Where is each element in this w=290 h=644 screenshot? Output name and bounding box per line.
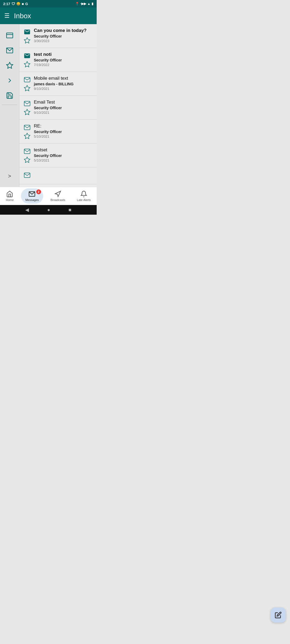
sidebar-item-star[interactable] [0,58,19,73]
status-bar: 2:17 🛡 😀 ■ G 📍 ⋅▶▶ ▲ ▮ [0,0,97,8]
stop-icon: ■ [22,2,24,6]
message-date: 5/10/2021 [34,158,92,162]
message-date: 3/30/2023 [34,39,92,43]
svg-marker-7 [24,133,30,139]
nav-broadcasts[interactable]: Broadcasts [46,188,70,204]
sidebar: > [0,24,19,187]
recents-button[interactable]: ■ [68,207,71,213]
message-subject: testset [34,147,92,153]
message-body-5: testset Security Officer 5/10/2021 [34,147,92,162]
message-date: 7/19/2022 [34,63,92,67]
broadcasts-icon [54,191,61,197]
nav-late-alerts[interactable]: Late Alerts [73,188,95,204]
svg-rect-0 [6,33,13,38]
messages-icon [28,191,35,197]
sidebar-item-inbox[interactable] [0,28,19,43]
message-list: Can you come in today? Security Officer … [19,24,97,187]
hamburger-icon[interactable]: ☰ [4,12,10,19]
message-sender: Security Officer [34,130,92,134]
message-icons-2 [24,76,31,92]
svg-marker-4 [24,61,30,67]
status-bar-left: 2:17 🛡 😀 ■ G [3,2,28,6]
expand-icon: > [8,173,11,179]
system-nav-bar: ◀ ● ■ [0,205,97,215]
message-icons-0 [24,28,31,44]
svg-marker-5 [24,85,30,91]
message-body-3: Email Test Security Officer 9/10/2021 [34,100,92,115]
nav-late-alerts-label: Late Alerts [77,198,91,202]
location-icon: 📍 [75,2,79,6]
status-time: 2:17 [3,2,10,6]
back-button[interactable]: ◀ [25,207,29,213]
message-subject: RE: [34,123,92,129]
nav-broadcasts-label: Broadcasts [50,198,65,202]
message-subject: Email Test [34,100,92,105]
nav-messages-label: Messages [25,198,39,202]
message-date: 5/10/2021 [34,134,92,138]
list-item[interactable] [19,167,97,184]
list-item[interactable]: Mobile email text james davis - BILLING … [19,72,97,96]
message-subject: test noti [34,52,92,57]
list-item[interactable]: Email Test Security Officer 9/10/2021 [19,96,97,120]
app-bar: ☰ Inbox [0,8,97,24]
page-title: Inbox [14,12,31,20]
sidebar-expand[interactable]: > [0,169,19,183]
main-content: > Can you come in today? Security Office… [0,24,97,187]
message-icons-3 [24,100,31,116]
message-body-4: RE: Security Officer 5/10/2021 [34,123,92,138]
message-subject: Mobile email text [34,76,92,81]
list-item[interactable]: test noti Security Officer 7/19/2022 [19,48,97,72]
signal-icon: ▲ [87,2,90,6]
nav-home[interactable]: Home [2,188,18,204]
sidebar-divider [2,105,17,105]
list-item[interactable]: Can you come in today? Security Officer … [19,24,97,48]
face-icon: 😀 [16,2,20,6]
shield-icon: 🛡 [12,2,15,6]
svg-marker-2 [6,62,13,68]
message-body-0: Can you come in today? Security Officer … [34,28,92,43]
battery-icon: ▮ [92,2,93,6]
message-sender: james davis - BILLING [34,82,92,86]
sidebar-item-save[interactable] [0,88,19,103]
nav-messages[interactable]: 2 Messages [21,188,43,204]
sidebar-item-send[interactable] [0,73,19,88]
message-icons-5 [24,147,31,163]
bottom-nav: Home 2 Messages Broadcasts Late Alerts [0,187,97,205]
message-date: 9/10/2021 [34,111,92,115]
status-bar-right: 📍 ⋅▶▶ ▲ ▮ [75,2,93,6]
message-date: 9/10/2021 [34,87,92,91]
g-icon: G [25,2,28,6]
nav-home-label: Home [6,198,14,202]
message-icons-4 [24,123,31,140]
message-body-2: Mobile email text james davis - BILLING … [34,76,92,91]
message-subject: Can you come in today? [34,28,92,33]
message-sender: Security Officer [34,58,92,62]
svg-marker-6 [24,109,30,115]
wifi-icon: ⋅▶▶ [80,2,86,6]
home-button[interactable]: ● [47,207,50,213]
bell-icon [80,191,87,197]
list-item[interactable]: testset Security Officer 5/10/2021 [19,144,97,167]
message-sender: Security Officer [34,106,92,110]
message-icons-6 [24,171,31,179]
message-sender: Security Officer [34,153,92,158]
messages-badge: 2 [36,189,41,194]
home-icon [6,191,13,197]
list-item[interactable]: RE: Security Officer 5/10/2021 [19,120,97,144]
svg-marker-8 [24,157,30,163]
message-sender: Security Officer [34,34,92,38]
message-icons-1 [24,52,31,68]
message-body-1: test noti Security Officer 7/19/2022 [34,52,92,67]
svg-marker-3 [24,38,30,43]
sidebar-item-mail[interactable] [0,43,19,58]
